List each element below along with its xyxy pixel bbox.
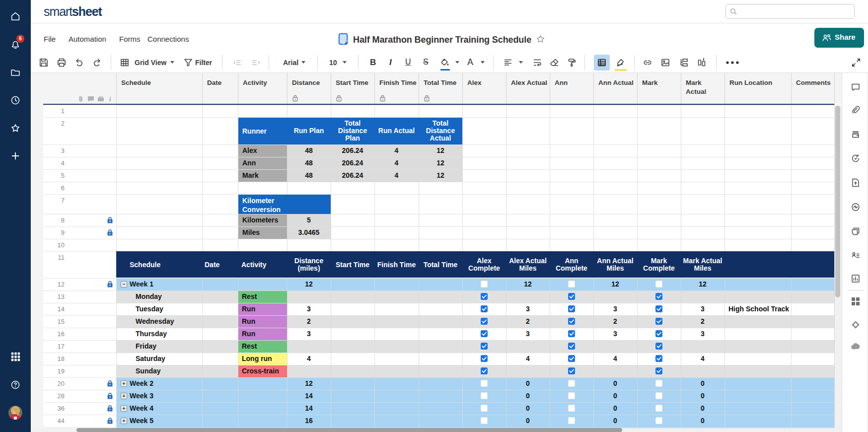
svg-text:i: i	[109, 96, 111, 103]
